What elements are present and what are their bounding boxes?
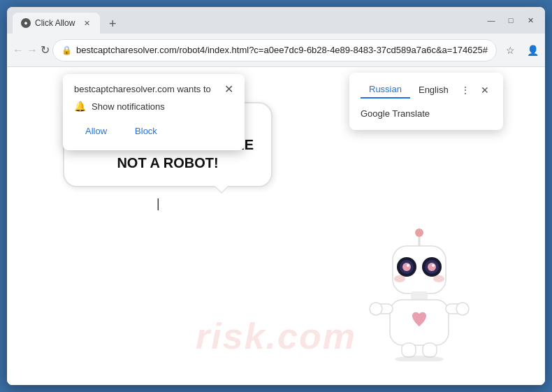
tab-english[interactable]: English	[410, 82, 457, 98]
popup-buttons: Allow Block	[74, 122, 233, 140]
minimize-button[interactable]: —	[482, 11, 500, 29]
lock-icon: 🔒	[61, 45, 72, 55]
toolbar: ← → ↻ 🔒 bestcaptcharesolver.com/robot4/i…	[7, 34, 545, 67]
robot-svg	[363, 222, 475, 361]
translate-tabs: Russian English ⋮ ✕	[361, 81, 492, 99]
svg-point-1	[415, 228, 423, 237]
popup-header: bestcaptcharesolver.com wants to ✕	[74, 84, 233, 95]
translate-actions: ⋮ ✕	[457, 82, 493, 99]
browser-window: ● Click Allow ✕ + — □ ✕ ← → ↻ 🔒 bestcapt…	[7, 7, 545, 385]
translate-close-button[interactable]: ✕	[477, 82, 493, 99]
reload-button[interactable]: ↻	[41, 40, 50, 61]
forward-button[interactable]: →	[27, 40, 38, 61]
new-tab-button[interactable]: +	[103, 14, 122, 34]
tab-favicon: ●	[21, 18, 31, 28]
close-button[interactable]: ✕	[521, 11, 539, 29]
svg-point-10	[432, 264, 435, 267]
url-text: bestcaptcharesolver.com/robot4/index.htm…	[76, 45, 488, 55]
svg-point-7	[402, 263, 411, 271]
svg-point-18	[456, 303, 469, 315]
svg-point-11	[394, 275, 405, 282]
notification-permission-popup: bestcaptcharesolver.com wants to ✕ 🔔 Sho…	[63, 74, 245, 150]
bell-icon: 🔔	[74, 101, 86, 112]
svg-rect-20	[423, 343, 437, 357]
svg-rect-19	[402, 343, 416, 357]
allow-button[interactable]: Allow	[74, 122, 118, 140]
notification-row: 🔔 Show notifications	[74, 101, 233, 112]
svg-point-21	[395, 356, 444, 361]
active-tab[interactable]: ● Click Allow ✕	[13, 13, 100, 34]
svg-point-17	[370, 303, 382, 315]
tab-title: Click Allow	[35, 18, 75, 28]
maximize-button[interactable]: □	[502, 11, 520, 29]
block-button[interactable]: Block	[124, 122, 168, 140]
tabs-area: ● Click Allow ✕ +	[13, 7, 482, 34]
popup-title: bestcaptcharesolver.com wants to	[74, 84, 211, 94]
window-controls: — □ ✕	[482, 11, 539, 29]
translate-more-button[interactable]: ⋮	[457, 82, 474, 99]
robot-character	[363, 222, 475, 364]
svg-point-12	[433, 275, 444, 282]
popup-close-button[interactable]: ✕	[224, 84, 233, 95]
title-bar: ● Click Allow ✕ + — □ ✕	[7, 7, 545, 34]
back-button[interactable]: ←	[13, 40, 24, 61]
menu-icon[interactable]: ⋮	[544, 40, 545, 61]
svg-rect-13	[411, 291, 428, 300]
browser-content: risk.com CLICK «ALLOW» TO CONFIRM THAT Y…	[7, 67, 545, 385]
tab-russian[interactable]: Russian	[361, 81, 410, 99]
bookmark-icon[interactable]: ☆	[500, 40, 521, 61]
address-bar[interactable]: 🔒 bestcaptcharesolver.com/robot4/index.h…	[52, 39, 497, 61]
svg-point-8	[428, 263, 436, 271]
toolbar-actions: ☆ 👤 ⋮	[500, 40, 545, 61]
svg-point-9	[407, 264, 409, 267]
profile-icon[interactable]: 👤	[522, 40, 543, 61]
website-background: risk.com CLICK «ALLOW» TO CONFIRM THAT Y…	[7, 67, 545, 385]
translate-service: Google Translate	[361, 106, 492, 122]
cursor-indicator: |	[157, 196, 160, 211]
notification-label: Show notifications	[92, 101, 165, 112]
translate-popup: Russian English ⋮ ✕ Google Translate	[349, 73, 503, 130]
tab-close-button[interactable]: ✕	[82, 18, 92, 28]
